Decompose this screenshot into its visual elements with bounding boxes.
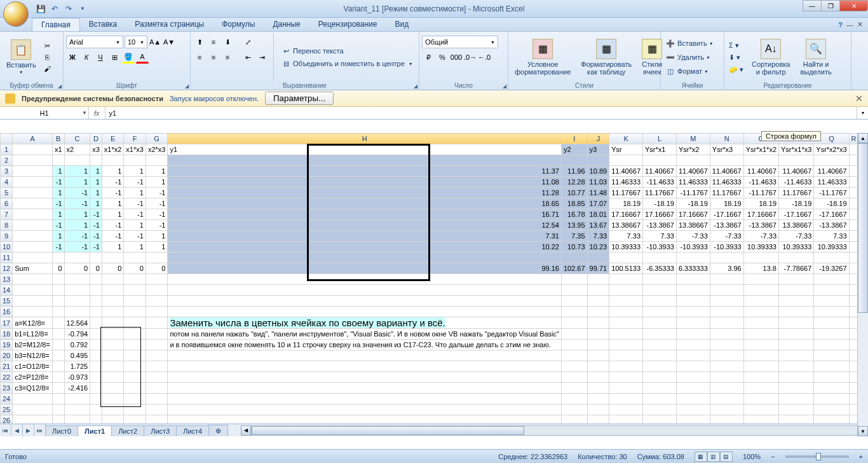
cell[interactable]: 11.17667 bbox=[779, 188, 814, 198]
cell[interactable] bbox=[124, 274, 146, 285]
cell[interactable]: -1 bbox=[102, 231, 124, 242]
col-header[interactable]: G bbox=[146, 134, 168, 144]
cell[interactable] bbox=[643, 394, 677, 404]
cell[interactable] bbox=[814, 415, 849, 424]
cell[interactable] bbox=[168, 383, 562, 394]
cell[interactable] bbox=[90, 307, 102, 317]
cell[interactable]: Ysr*x1 bbox=[643, 144, 677, 155]
security-close-icon[interactable]: ✕ bbox=[855, 93, 863, 104]
cell[interactable] bbox=[561, 317, 587, 329]
cell[interactable]: -0.973 bbox=[64, 372, 90, 383]
cell[interactable] bbox=[90, 350, 102, 361]
fx-icon[interactable]: fx bbox=[92, 109, 102, 117]
cell[interactable] bbox=[814, 394, 849, 404]
tab-next-icon[interactable]: ▶ bbox=[23, 424, 34, 436]
col-header[interactable]: H bbox=[168, 134, 562, 144]
view-layout-icon[interactable]: ▥ bbox=[707, 452, 720, 462]
cell[interactable]: 0 bbox=[64, 263, 90, 274]
name-box[interactable]: H1 ▼ bbox=[0, 107, 89, 119]
conditional-formatting-button[interactable]: ▦Условное форматирование bbox=[511, 33, 574, 81]
sheet-tab[interactable]: Лист3 bbox=[144, 425, 177, 436]
cell[interactable] bbox=[643, 285, 677, 296]
cell[interactable] bbox=[90, 329, 102, 340]
row-header[interactable]: 14 bbox=[1, 285, 13, 296]
cell[interactable] bbox=[814, 361, 849, 372]
cell[interactable] bbox=[52, 394, 64, 404]
cell[interactable]: Ysr*x2*x3 bbox=[814, 144, 849, 155]
cell[interactable] bbox=[124, 383, 146, 394]
cell[interactable]: 1 bbox=[90, 177, 102, 188]
cell[interactable] bbox=[52, 307, 64, 317]
cell[interactable] bbox=[710, 361, 743, 372]
cell[interactable] bbox=[676, 285, 710, 296]
cell[interactable]: -13.3867 bbox=[743, 220, 778, 231]
cell[interactable] bbox=[743, 307, 778, 317]
col-header[interactable]: L bbox=[643, 134, 677, 144]
cell[interactable]: -7.33 bbox=[676, 231, 710, 242]
cell[interactable]: x3 bbox=[90, 144, 102, 155]
cell[interactable] bbox=[168, 350, 562, 361]
cell[interactable]: -10.3933 bbox=[710, 242, 743, 252]
cell[interactable] bbox=[64, 155, 90, 166]
cell[interactable]: -1 bbox=[146, 220, 168, 231]
cell[interactable] bbox=[124, 372, 146, 383]
format-as-table-button[interactable]: ▦Форматировать как таблицу bbox=[577, 33, 635, 81]
cell[interactable]: 11.96 bbox=[561, 166, 587, 177]
row-header[interactable]: 19 bbox=[1, 340, 13, 350]
cell[interactable]: -11.1767 bbox=[676, 188, 710, 198]
cell[interactable]: -18.19 bbox=[779, 198, 814, 209]
cell[interactable]: 11.40667 bbox=[676, 166, 710, 177]
cell[interactable] bbox=[743, 340, 778, 350]
cell[interactable]: -17.1667 bbox=[814, 209, 849, 220]
row-header[interactable]: 26 bbox=[1, 415, 13, 424]
cell[interactable]: 1 bbox=[90, 166, 102, 177]
cell[interactable]: Ysr*x1*x2 bbox=[743, 144, 778, 155]
cell[interactable]: 1 bbox=[90, 198, 102, 209]
tab-formulas[interactable]: Формулы bbox=[213, 18, 264, 31]
cell[interactable]: 11.40667 bbox=[814, 166, 849, 177]
cell[interactable] bbox=[52, 350, 64, 361]
cell[interactable] bbox=[52, 252, 64, 263]
cell[interactable] bbox=[124, 340, 146, 350]
cell[interactable]: 1 bbox=[90, 188, 102, 198]
cell[interactable] bbox=[146, 155, 168, 166]
cell[interactable] bbox=[90, 372, 102, 383]
cell[interactable] bbox=[676, 340, 710, 350]
cell[interactable] bbox=[561, 383, 587, 394]
cell[interactable] bbox=[743, 155, 778, 166]
cell[interactable]: 18.19 bbox=[710, 198, 743, 209]
cell[interactable] bbox=[710, 155, 743, 166]
cell[interactable] bbox=[102, 329, 124, 340]
col-header[interactable]: K bbox=[609, 134, 643, 144]
cell[interactable] bbox=[587, 307, 609, 317]
cell[interactable] bbox=[146, 404, 168, 415]
cell[interactable]: 0 bbox=[52, 263, 64, 274]
cell[interactable] bbox=[779, 274, 814, 285]
cell[interactable]: 13.38667 bbox=[676, 220, 710, 231]
cell[interactable] bbox=[561, 361, 587, 372]
cell[interactable]: 16.71 bbox=[168, 209, 562, 220]
row-header[interactable]: 6 bbox=[1, 198, 13, 209]
col-header[interactable]: C bbox=[64, 134, 90, 144]
cell[interactable]: 0.495 bbox=[64, 350, 90, 361]
cell[interactable] bbox=[13, 188, 53, 198]
cell[interactable] bbox=[13, 307, 53, 317]
cell[interactable]: x2*x3 bbox=[146, 144, 168, 155]
cell[interactable] bbox=[13, 209, 53, 220]
col-header[interactable]: E bbox=[102, 134, 124, 144]
cell[interactable]: 10.89 bbox=[587, 166, 609, 177]
cell[interactable]: -1 bbox=[90, 220, 102, 231]
cell[interactable]: 0 bbox=[90, 263, 102, 274]
cell[interactable] bbox=[168, 415, 562, 424]
cell[interactable] bbox=[814, 350, 849, 361]
tab-prev-icon[interactable]: ◀ bbox=[11, 424, 23, 436]
cell[interactable]: a=K12/8= bbox=[13, 317, 53, 329]
cell[interactable]: -7.33 bbox=[779, 231, 814, 242]
cell[interactable]: 0 bbox=[146, 263, 168, 274]
row-header[interactable]: 1 bbox=[1, 144, 13, 155]
cell[interactable] bbox=[146, 307, 168, 317]
cell[interactable]: -13.3867 bbox=[814, 220, 849, 231]
cell[interactable] bbox=[676, 307, 710, 317]
cell[interactable]: 17.16667 bbox=[676, 209, 710, 220]
cell[interactable] bbox=[743, 329, 778, 340]
